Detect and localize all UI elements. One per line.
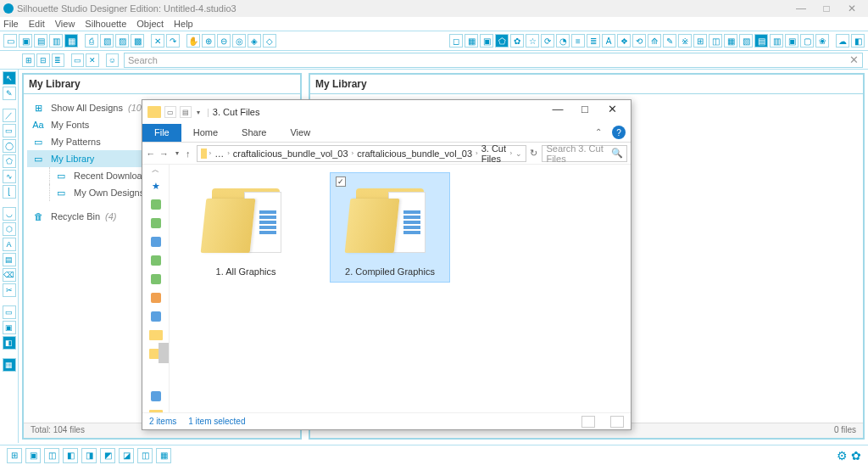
copy-icon[interactable]: ▩ xyxy=(131,34,144,48)
help-icon[interactable]: ? xyxy=(612,126,626,139)
nav-item-icon[interactable] xyxy=(151,274,161,284)
nav-item-icon[interactable] xyxy=(151,391,161,401)
nav-item-icon[interactable] xyxy=(151,293,161,303)
redo-icon[interactable]: ↷ xyxy=(166,34,180,48)
store-icon[interactable]: ◧ xyxy=(851,34,865,48)
open-icon[interactable]: ▣ xyxy=(19,34,32,48)
explorer-content-area[interactable]: 1. All Graphics ✓ 2. Compiled Graphics xyxy=(170,165,631,412)
text-tool-icon[interactable]: A xyxy=(3,238,16,251)
explorer-close-button[interactable]: ✕ xyxy=(598,103,626,121)
p2-icon[interactable]: ▣ xyxy=(3,321,16,334)
r10-icon[interactable]: ≣ xyxy=(587,34,600,48)
zoomdrag-icon[interactable]: ◇ xyxy=(263,34,276,48)
r13-icon[interactable]: ⟲ xyxy=(632,34,646,48)
save2-icon[interactable]: ▥ xyxy=(49,34,63,48)
p1-icon[interactable]: ▭ xyxy=(3,305,16,319)
r19-icon[interactable]: ▦ xyxy=(724,34,737,48)
zoomin-icon[interactable]: ⊕ xyxy=(202,34,215,48)
breadcrumb[interactable]: › …› craftalicious_bundle_vol_03› crafta… xyxy=(197,145,526,162)
knife-tool-icon[interactable]: ✂ xyxy=(3,283,16,297)
view-details-icon[interactable] xyxy=(581,416,595,428)
r20-icon[interactable]: ▧ xyxy=(739,34,753,48)
explorer-nav-pane[interactable]: ︿ ★ ﹀ xyxy=(142,165,170,412)
free-tool-icon[interactable]: ɭ xyxy=(3,185,16,199)
r3-icon[interactable]: ▣ xyxy=(480,34,493,48)
fb1-icon[interactable]: ⊞ xyxy=(7,448,22,463)
search-input[interactable]: Search ✕ xyxy=(124,53,863,68)
eraser-tool-icon[interactable]: ⌫ xyxy=(3,268,16,282)
menu-file[interactable]: File xyxy=(3,19,19,29)
refresh-icon[interactable]: ↻ xyxy=(530,148,538,159)
search-clear-icon[interactable]: ✕ xyxy=(849,53,859,66)
curve-tool-icon[interactable]: ∿ xyxy=(3,170,16,183)
fb9-icon[interactable]: ▦ xyxy=(156,448,171,463)
r11-icon[interactable]: A xyxy=(602,34,615,48)
zoomfit-icon[interactable]: ◈ xyxy=(248,34,261,48)
fb6-icon[interactable]: ◩ xyxy=(100,448,115,463)
cut-icon[interactable]: ▨ xyxy=(115,34,129,48)
minimize-button[interactable]: — xyxy=(788,3,814,14)
nav-collapse-up-icon[interactable]: ︿ xyxy=(142,165,169,176)
round-tool-icon[interactable]: ◯ xyxy=(3,139,16,153)
nav-item-icon[interactable] xyxy=(151,255,161,266)
r21-icon[interactable]: ▤ xyxy=(754,34,768,48)
r8-icon[interactable]: ◔ xyxy=(556,34,570,48)
r24-icon[interactable]: ▢ xyxy=(800,34,814,48)
fb5-icon[interactable]: ◨ xyxy=(81,448,97,463)
newfolder-icon[interactable]: ▭ xyxy=(71,53,84,67)
r14-icon[interactable]: ⟰ xyxy=(648,34,661,48)
tab-share[interactable]: Share xyxy=(230,124,278,142)
save-icon[interactable]: ▤ xyxy=(34,34,47,48)
qat-props-icon[interactable]: ▭ xyxy=(164,106,176,118)
explorer-search-input[interactable]: Search 3. Cut Files 🔍 xyxy=(542,145,627,162)
view3-icon[interactable]: ≣ xyxy=(52,53,64,67)
nav-history-icon[interactable]: ▾ xyxy=(172,149,182,157)
nav-scrollbar[interactable] xyxy=(159,343,169,363)
fb2-icon[interactable]: ▣ xyxy=(25,448,41,463)
pan-icon[interactable]: ✋ xyxy=(186,34,200,48)
zoomout-icon[interactable]: ⊖ xyxy=(217,34,231,48)
print-icon[interactable]: ⎙ xyxy=(85,34,98,48)
folder-item[interactable]: 1. All Graphics xyxy=(186,173,305,282)
maximize-button[interactable]: □ xyxy=(814,3,839,14)
p4-icon[interactable]: ▦ xyxy=(3,358,16,372)
r1-icon[interactable]: ◻ xyxy=(449,34,463,48)
close-button[interactable]: ✕ xyxy=(839,3,865,14)
nav-forward-icon[interactable]: → xyxy=(159,148,170,159)
menu-object[interactable]: Object xyxy=(136,19,164,29)
r18-icon[interactable]: ◫ xyxy=(709,34,722,48)
menu-view[interactable]: View xyxy=(55,19,75,29)
send-icon[interactable]: ▧ xyxy=(100,34,114,48)
tab-home[interactable]: Home xyxy=(181,124,230,142)
r15-icon[interactable]: ✎ xyxy=(663,34,676,48)
select-tool-icon[interactable]: ↖ xyxy=(3,71,16,85)
library-icon[interactable]: ▦ xyxy=(64,34,78,48)
fb3-icon[interactable]: ◫ xyxy=(44,448,59,463)
view2-icon[interactable]: ⊟ xyxy=(36,53,49,67)
r4-icon[interactable]: ⬠ xyxy=(495,34,509,48)
line-tool-icon[interactable]: ／ xyxy=(3,109,16,122)
poly2-tool-icon[interactable]: ⬡ xyxy=(3,222,16,236)
explorer-minimize-button[interactable]: — xyxy=(544,103,571,121)
nav-item-icon[interactable] xyxy=(151,237,161,247)
nav-item-icon[interactable] xyxy=(151,218,161,228)
r23-icon[interactable]: ▣ xyxy=(785,34,798,48)
view1-icon[interactable]: ⊞ xyxy=(22,53,35,67)
tab-view[interactable]: View xyxy=(278,124,322,142)
qat-chevron-icon[interactable]: ▾ xyxy=(197,109,200,116)
r9-icon[interactable]: ≡ xyxy=(571,34,585,48)
shape-tool-icon[interactable]: ▭ xyxy=(3,124,16,137)
menu-edit[interactable]: Edit xyxy=(29,19,45,29)
cloud-icon[interactable]: ☁ xyxy=(836,34,849,48)
menu-silhouette[interactable]: Silhouette xyxy=(85,19,126,29)
r5-icon[interactable]: ✿ xyxy=(510,34,524,48)
r16-icon[interactable]: ※ xyxy=(678,34,692,48)
nav-item-icon[interactable] xyxy=(151,199,161,210)
ribbon-collapse-icon[interactable]: ⌃ xyxy=(590,124,607,142)
settings-gear2-icon[interactable]: ✿ xyxy=(851,449,861,462)
settings-gear-icon[interactable]: ⚙ xyxy=(837,449,848,462)
quick-access-icon[interactable]: ★ xyxy=(144,177,168,194)
delete-icon[interactable]: ✕ xyxy=(86,53,98,67)
r6-icon[interactable]: ☆ xyxy=(526,34,539,48)
view-large-icon[interactable] xyxy=(610,416,624,428)
